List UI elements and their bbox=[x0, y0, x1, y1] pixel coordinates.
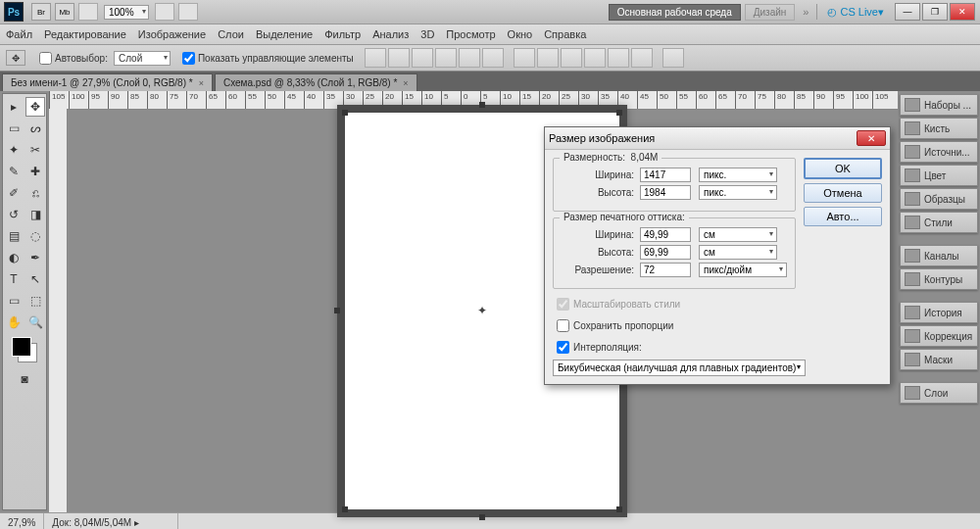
document-tab-2[interactable]: Схема.psd @ 8,33% (Слой 1, RGB/8) *× bbox=[215, 73, 417, 91]
interpolation-check[interactable]: Интерполяция: bbox=[553, 338, 796, 357]
resolution-unit-combo[interactable]: пикс/дюйм bbox=[699, 263, 787, 277]
autoalign-icon[interactable] bbox=[662, 48, 684, 68]
cslive-button[interactable]: CS Live ▾ bbox=[827, 6, 884, 19]
panel-swatches[interactable]: Образцы bbox=[900, 188, 978, 210]
path-tool[interactable]: ↖ bbox=[25, 269, 45, 289]
panel-sources[interactable]: Источни... bbox=[900, 141, 978, 163]
ok-button[interactable]: OK bbox=[804, 158, 882, 179]
zoom-tool[interactable]: 🔍 bbox=[25, 313, 45, 332]
heal-tool[interactable]: ✚ bbox=[25, 162, 45, 181]
menu-help[interactable]: Справка bbox=[544, 28, 586, 40]
3d-tool[interactable]: ⬚ bbox=[25, 291, 45, 311]
align-icon[interactable] bbox=[412, 48, 433, 68]
height-unit-combo[interactable]: пикс. bbox=[699, 185, 777, 200]
workspace-design-button[interactable]: Дизайн bbox=[745, 4, 796, 21]
distribute-icon[interactable] bbox=[537, 48, 559, 68]
menu-layer[interactable]: Слои bbox=[218, 28, 244, 40]
distribute-icon[interactable] bbox=[584, 48, 606, 68]
hand-tool[interactable]: ✋ bbox=[4, 313, 24, 332]
status-docsize[interactable]: Док: 8,04M/5,04M ▸ bbox=[44, 513, 178, 529]
color-swatch[interactable] bbox=[12, 337, 37, 362]
interpolation-combo[interactable]: Бикубическая (наилучшая для плавных град… bbox=[553, 360, 806, 376]
dodge-tool[interactable]: ◐ bbox=[4, 248, 24, 267]
width-unit-combo[interactable]: пикс. bbox=[699, 168, 777, 182]
menu-3d[interactable]: 3D bbox=[420, 28, 434, 40]
lasso-tool[interactable]: ᔕ bbox=[25, 119, 45, 138]
eraser-tool[interactable]: ◨ bbox=[25, 205, 45, 224]
print-width-unit-combo[interactable]: см bbox=[699, 227, 777, 242]
distribute-icon[interactable] bbox=[631, 48, 653, 68]
distribute-icon[interactable] bbox=[561, 48, 582, 68]
panel-masks[interactable]: Маски bbox=[900, 349, 978, 370]
print-height-unit-combo[interactable]: см bbox=[699, 245, 777, 260]
marquee-tool[interactable]: ▭ bbox=[4, 119, 24, 138]
tab-close-icon[interactable]: × bbox=[403, 78, 408, 88]
gradient-tool[interactable]: ▤ bbox=[4, 226, 24, 246]
panel-brush[interactable]: Кисть bbox=[900, 118, 978, 139]
cancel-button[interactable]: Отмена bbox=[804, 183, 882, 203]
tab-close-icon[interactable]: × bbox=[199, 78, 204, 88]
panel-paths[interactable]: Контуры bbox=[900, 268, 978, 290]
menu-window[interactable]: Окно bbox=[508, 28, 533, 40]
panel-sets[interactable]: Наборы ... bbox=[900, 94, 978, 116]
autoselect-checkbox[interactable] bbox=[39, 52, 52, 65]
panel-history[interactable]: История bbox=[900, 302, 978, 323]
type-tool[interactable]: T bbox=[4, 269, 24, 289]
stamp-tool[interactable]: ⎌ bbox=[25, 183, 45, 203]
minibridge-icon[interactable]: Mb bbox=[55, 3, 74, 21]
menu-image[interactable]: Изображение bbox=[138, 28, 206, 40]
height-input[interactable] bbox=[640, 185, 691, 200]
bridge-icon[interactable]: Br bbox=[31, 3, 51, 21]
keep-proportions-check[interactable]: Сохранить пропорции bbox=[553, 316, 796, 335]
panel-channels[interactable]: Каналы bbox=[900, 245, 978, 266]
brush-tool[interactable]: ✐ bbox=[4, 183, 24, 203]
blur-tool[interactable]: ◌ bbox=[25, 226, 45, 246]
panel-adjust[interactable]: Коррекция bbox=[900, 325, 978, 347]
dialog-titlebar[interactable]: Размер изображения ✕ bbox=[545, 127, 890, 150]
menu-select[interactable]: Выделение bbox=[256, 28, 313, 40]
history-brush-tool[interactable]: ↺ bbox=[4, 205, 24, 224]
eyedropper-tool[interactable]: ✎ bbox=[4, 162, 24, 181]
resolution-input[interactable] bbox=[640, 263, 691, 277]
document-tab-1[interactable]: Без имени-1 @ 27,9% (Слой 0, RGB/8) *× bbox=[2, 73, 213, 91]
zoom-combo[interactable]: 100% bbox=[104, 5, 149, 20]
status-zoom[interactable]: 27,9% bbox=[0, 513, 44, 529]
menu-file[interactable]: Файл bbox=[6, 28, 32, 40]
move-tool[interactable]: ✥ bbox=[25, 97, 45, 117]
panel-layers[interactable]: Слои bbox=[900, 382, 978, 404]
menu-edit[interactable]: Редактирование bbox=[44, 28, 126, 40]
print-height-input[interactable] bbox=[640, 245, 691, 260]
menu-filter[interactable]: Фильтр bbox=[324, 28, 361, 40]
panel-color[interactable]: Цвет bbox=[900, 165, 978, 186]
close-icon[interactable]: ✕ bbox=[950, 3, 975, 21]
wand-tool[interactable]: ✦ bbox=[4, 140, 24, 160]
autoselect-combo[interactable]: Слой bbox=[114, 51, 171, 66]
distribute-icon[interactable] bbox=[514, 48, 535, 68]
align-icon[interactable] bbox=[435, 48, 457, 68]
show-controls-checkbox[interactable] bbox=[182, 52, 195, 65]
screen-mode-icon[interactable] bbox=[78, 3, 98, 21]
align-icon[interactable] bbox=[482, 48, 504, 68]
workspace-more-icon[interactable]: » bbox=[803, 6, 808, 18]
panel-styles[interactable]: Стили bbox=[900, 212, 978, 233]
minimize-icon[interactable]: — bbox=[895, 3, 920, 21]
align-icon[interactable] bbox=[388, 48, 410, 68]
menu-analysis[interactable]: Анализ bbox=[372, 28, 409, 40]
align-icon[interactable] bbox=[459, 48, 480, 68]
maximize-icon[interactable]: ❐ bbox=[922, 3, 948, 21]
menu-view[interactable]: Просмотр bbox=[446, 28, 495, 40]
quickmask-tool[interactable]: ◙ bbox=[15, 369, 34, 389]
auto-button[interactable]: Авто... bbox=[804, 207, 882, 226]
crop-tool[interactable]: ✂ bbox=[25, 140, 45, 160]
arrange-docs-icon[interactable] bbox=[155, 3, 174, 21]
workspace-main-button[interactable]: Основная рабочая среда bbox=[609, 4, 741, 21]
shape-tool[interactable]: ▭ bbox=[4, 291, 24, 311]
dialog-close-icon[interactable]: ✕ bbox=[857, 130, 886, 146]
distribute-icon[interactable] bbox=[608, 48, 629, 68]
tab-toggle-icon[interactable]: ▸ bbox=[4, 97, 24, 117]
extras-icon[interactable] bbox=[178, 3, 198, 21]
pen-tool[interactable]: ✒ bbox=[25, 248, 45, 267]
width-input[interactable] bbox=[640, 168, 691, 182]
print-width-input[interactable] bbox=[640, 227, 691, 242]
align-icon[interactable] bbox=[365, 48, 386, 68]
